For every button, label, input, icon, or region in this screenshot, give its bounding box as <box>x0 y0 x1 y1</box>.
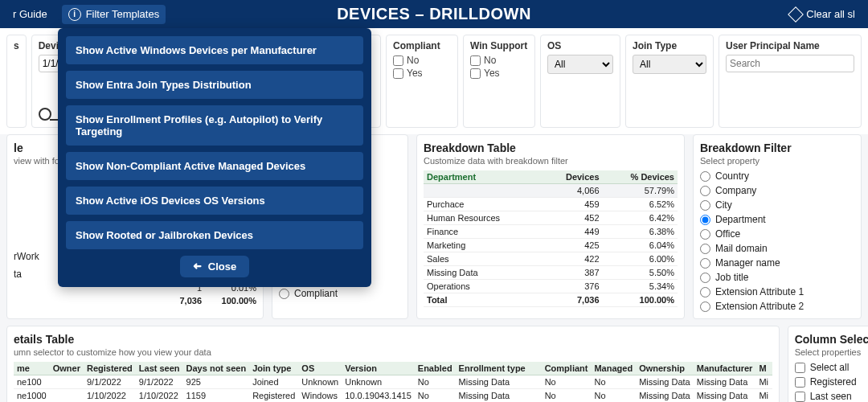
table-row[interactable]: Operations3765.34% <box>424 280 678 293</box>
eraser-icon <box>788 6 804 23</box>
column-header[interactable]: Manufacturer <box>694 362 756 375</box>
breakdown-filter-panel: Breakdown Filter Select property Country… <box>693 134 862 319</box>
filter-os: OS All <box>540 35 620 128</box>
column-header[interactable]: Ownership <box>636 362 694 375</box>
upn-search-input[interactable] <box>726 55 854 72</box>
breakdown-filter-option[interactable]: Office <box>700 228 854 240</box>
breakdown-filter-option[interactable]: Manager name <box>700 257 854 269</box>
filter-templates-overlay: Show Active Windows Devices per Manufact… <box>58 28 371 287</box>
column-header[interactable]: Enrollment type <box>456 362 542 375</box>
filter-compliant: Compliant No Yes <box>386 35 458 128</box>
column-header[interactable]: OS <box>298 362 342 375</box>
breakdown-filter-option[interactable]: Country <box>700 170 854 182</box>
table-row[interactable]: Finance4496.38% <box>424 225 678 239</box>
breakdown-table-panel: Breakdown Table Customize data with brea… <box>416 134 685 319</box>
table-row[interactable]: Marketing4256.04% <box>424 239 678 252</box>
breakdown-filter-option[interactable]: Company <box>700 185 854 196</box>
filter-templates-button[interactable]: i Filter Templates <box>62 5 166 24</box>
breakdown-table: Department Devices % Devices 4,06657.79%… <box>424 170 678 307</box>
template-item[interactable]: Show Active iOS Devices OS Versions <box>66 187 363 215</box>
column-header[interactable]: Managed <box>591 362 636 375</box>
filter-winsupport: Win Support No Yes <box>463 35 535 128</box>
extra-compliant[interactable]: Compliant <box>279 288 401 299</box>
compliant-yes[interactable]: Yes <box>393 68 451 79</box>
details-table: meOwnerRegisteredLast seenDays not seenJ… <box>14 362 772 402</box>
column-selector-option[interactable]: Select all <box>795 362 868 373</box>
table-row[interactable]: Sales4226.00% <box>424 252 678 266</box>
column-header[interactable]: Days not seen <box>183 362 250 375</box>
column-header[interactable]: Join type <box>249 362 298 375</box>
filter-jointype: Join Type All <box>625 35 714 128</box>
table-row[interactable]: Purchace4596.52% <box>424 198 678 211</box>
filter-templates-label: Filter Templates <box>86 8 160 20</box>
jointype-select[interactable]: All <box>633 55 706 74</box>
column-header[interactable]: Owner <box>50 362 84 375</box>
breakdown-filter-option[interactable]: Extension Attribute 1 <box>700 286 854 297</box>
column-selector-option[interactable]: Last seen <box>795 391 868 402</box>
column-header[interactable]: Compliant <box>542 362 592 375</box>
os-select[interactable]: All <box>547 55 613 74</box>
template-item[interactable]: Show Active Windows Devices per Manufact… <box>66 36 363 64</box>
column-header[interactable]: Last seen <box>136 362 183 375</box>
filter-upn: User Principal Name <box>719 35 862 128</box>
breakdown-filter-option[interactable]: Department <box>700 214 854 225</box>
breakdown-filter-option[interactable]: City <box>700 199 854 211</box>
details-table-panel: etails Table umn selector to customize h… <box>6 326 780 402</box>
column-selector-option[interactable]: Registered <box>795 376 868 388</box>
table-row[interactable]: Human Resources4526.42% <box>424 211 678 225</box>
close-overlay-button[interactable]: ➜ Close <box>180 256 249 277</box>
template-item[interactable]: Show Rooted or Jailbroken Devices <box>66 221 363 249</box>
column-header[interactable]: Registered <box>84 362 136 375</box>
clear-label: Clear all sl <box>806 8 855 20</box>
breakdown-filter-option[interactable]: Extension Attribute 2 <box>700 301 854 312</box>
breakdown-filter-option[interactable]: Job title <box>700 272 854 283</box>
breakdown-filter-option[interactable]: Mail domain <box>700 243 854 254</box>
compliant-no[interactable]: No <box>393 55 451 66</box>
column-selector-panel: Column Selector Select properties Select… <box>788 326 868 402</box>
winsupport-no[interactable]: No <box>470 55 528 66</box>
filter-stub-left: s <box>6 35 27 128</box>
column-header[interactable]: me <box>14 362 50 375</box>
table-row[interactable]: 4,06657.79% <box>424 184 678 198</box>
table-row[interactable]: ne1009/1/20229/1/2022925JoinedUnknownUnk… <box>14 375 772 389</box>
column-header[interactable]: Enabled <box>415 362 456 375</box>
table-row[interactable]: ne10001/10/20221/10/20221159RegisteredWi… <box>14 389 772 403</box>
guide-label: r Guide <box>13 8 47 20</box>
template-item[interactable]: Show Entra Join Types Distribution <box>66 71 363 99</box>
info-icon: i <box>68 8 81 21</box>
template-item[interactable]: Show Non-Compliant Active Managed Device… <box>66 152 363 180</box>
template-item[interactable]: Show Enrollment Profiles (e.g. Autopilot… <box>66 105 363 146</box>
column-header[interactable]: Version <box>342 362 415 375</box>
column-header[interactable]: M <box>755 362 772 375</box>
user-guide-button[interactable]: r Guide <box>6 5 54 23</box>
back-arrow-icon: ➜ <box>193 260 202 273</box>
clear-all-button[interactable]: Clear all sl <box>784 5 862 23</box>
table-row[interactable]: Missing Data3875.50% <box>424 266 678 280</box>
winsupport-yes[interactable]: Yes <box>470 68 528 79</box>
